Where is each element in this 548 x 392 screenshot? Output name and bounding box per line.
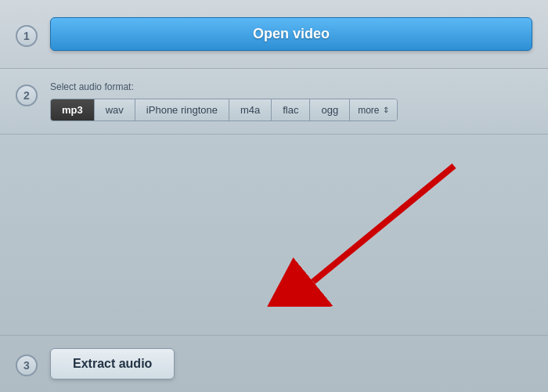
more-label: more <box>358 105 379 116</box>
format-tab-flac[interactable]: flac <box>272 99 310 120</box>
chevron-icon: ⇕ <box>383 106 389 114</box>
step3-wrapper: 3 Extract audio <box>0 135 548 392</box>
format-more-button[interactable]: more ⇕ <box>350 99 396 120</box>
red-arrow-icon <box>266 150 485 307</box>
format-tab-iphone-ringtone[interactable]: iPhone ringtone <box>135 99 229 120</box>
extract-audio-button[interactable]: Extract audio <box>50 348 175 379</box>
step2-number: 2 <box>16 85 38 106</box>
format-tab-wav[interactable]: wav <box>95 99 135 120</box>
format-tab-ogg[interactable]: ogg <box>310 99 350 120</box>
svg-line-1 <box>313 166 454 282</box>
step1-number: 1 <box>16 25 38 47</box>
arrow-area <box>0 135 548 335</box>
format-tab-m4a[interactable]: m4a <box>229 99 272 120</box>
step1-section: 1 Open video <box>0 0 548 69</box>
main-container: 1 Open video 2 Select audio format: mp3 … <box>0 0 548 392</box>
format-tab-mp3[interactable]: mp3 <box>51 99 95 120</box>
step2-content: Select audio format: mp3 wav iPhone ring… <box>50 81 532 121</box>
open-video-button[interactable]: Open video <box>50 17 532 51</box>
step1-content: Open video <box>50 17 532 51</box>
step3-number: 3 <box>16 354 38 376</box>
step3-bottom: 3 Extract audio <box>0 335 548 392</box>
format-tabs: mp3 wav iPhone ringtone m4a flac ogg mor… <box>50 99 398 121</box>
step2-section: 2 Select audio format: mp3 wav iPhone ri… <box>0 69 548 135</box>
format-label: Select audio format: <box>50 81 532 92</box>
